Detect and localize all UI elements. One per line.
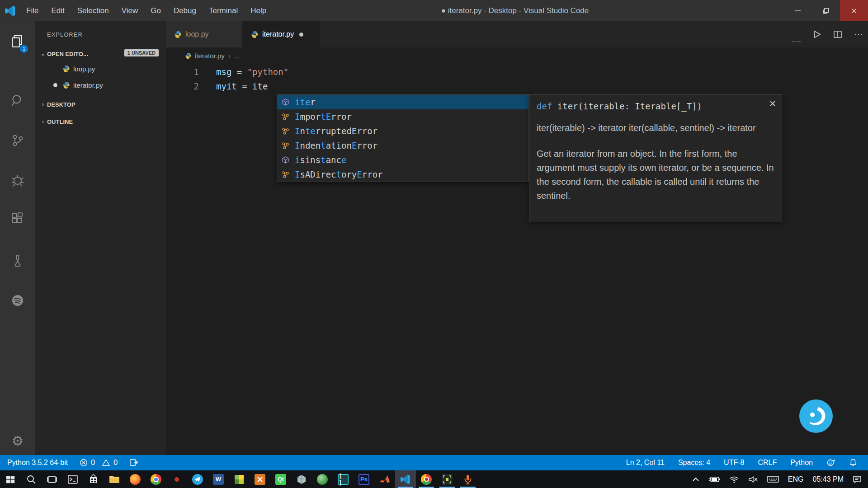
taskbar-search-taskbar-button[interactable] bbox=[21, 470, 42, 488]
command-prompt-taskbar-button[interactable] bbox=[62, 470, 83, 488]
clock[interactable]: 05:43 PM bbox=[813, 475, 844, 483]
menu-go[interactable]: Go bbox=[144, 0, 167, 21]
python-interpreter-status[interactable]: Python 3.5.2 64-bit bbox=[7, 459, 68, 467]
word-taskbar-button[interactable]: W bbox=[208, 470, 229, 488]
brackets-editor-icon: [ ] bbox=[337, 474, 349, 485]
language-mode-status[interactable]: Python bbox=[790, 459, 813, 467]
green-orb-app-taskbar-button[interactable] bbox=[312, 470, 333, 488]
cursor-position-status[interactable]: Ln 2, Col 11 bbox=[626, 459, 665, 467]
indentation-status[interactable]: Spaces: 4 bbox=[678, 459, 710, 467]
suggestion-isadirectoryerror[interactable]: IsADirectoryError bbox=[277, 167, 528, 182]
debug-view-button[interactable] bbox=[0, 168, 35, 193]
explorer-view-button[interactable]: 1 bbox=[0, 28, 35, 54]
volume-muted-icon[interactable] bbox=[748, 476, 758, 483]
tab-iterator-py[interactable]: iterator.py bbox=[243, 21, 320, 47]
scrollbar-decoration[interactable]: ▔▔ bbox=[792, 41, 802, 47]
explorer-sidebar: EXPLORER ⌄ OPEN EDITO... 1 UNSAVED loop.… bbox=[35, 21, 166, 455]
orange-app-taskbar-button[interactable] bbox=[250, 470, 270, 488]
start-button-taskbar-button[interactable] bbox=[0, 470, 21, 488]
section-label: DESKTOP bbox=[47, 101, 75, 108]
run-button[interactable] bbox=[812, 30, 821, 39]
maximize-icon bbox=[823, 8, 829, 14]
code-line-2: 2 myit = ite bbox=[166, 79, 288, 94]
open-editor-iterator[interactable]: iterator.py bbox=[35, 77, 166, 93]
voice-recorder-taskbar-button[interactable] bbox=[458, 470, 478, 488]
vscode-taskbar-button[interactable] bbox=[395, 470, 416, 488]
action-center-icon[interactable] bbox=[853, 475, 862, 483]
command-prompt-icon bbox=[67, 474, 79, 485]
menu-file[interactable]: File bbox=[20, 0, 45, 21]
tweet-feedback-button[interactable] bbox=[826, 458, 835, 467]
class-icon bbox=[282, 127, 291, 136]
minimize-button[interactable] bbox=[784, 0, 812, 21]
cube-app-taskbar-button[interactable] bbox=[291, 470, 312, 488]
close-button[interactable] bbox=[840, 0, 868, 21]
menu-edit[interactable]: Edit bbox=[45, 0, 71, 21]
qt-app-taskbar-button[interactable]: Qt bbox=[270, 470, 291, 488]
spotify-icon bbox=[10, 293, 25, 308]
python-file-icon bbox=[62, 65, 70, 73]
photoshop-taskbar-button[interactable]: Ps bbox=[354, 470, 374, 488]
battery-icon[interactable] bbox=[708, 476, 720, 483]
menu-view[interactable]: View bbox=[115, 0, 145, 21]
problems-status[interactable]: 0 0 bbox=[80, 459, 118, 467]
task-view-taskbar-button[interactable] bbox=[42, 470, 62, 488]
python-file-icon bbox=[174, 31, 182, 38]
feedback-status[interactable] bbox=[129, 459, 138, 467]
eol-status[interactable]: CRLF bbox=[758, 459, 777, 467]
source-control-button[interactable] bbox=[0, 128, 35, 153]
suggestion-indentationerror[interactable]: IndentationError bbox=[277, 138, 528, 153]
suggestion-interruptederror[interactable]: InterruptedError bbox=[277, 124, 528, 138]
close-icon[interactable]: ✕ bbox=[769, 99, 776, 109]
recording-indicator-icon bbox=[171, 474, 183, 485]
browser-window-taskbar-button[interactable] bbox=[416, 470, 437, 488]
recording-indicator-taskbar-button[interactable] bbox=[166, 470, 187, 488]
open-editor-loop[interactable]: loop.py bbox=[35, 61, 166, 77]
editor-group[interactable]: loop.py iterator.py ⋯ iterator.py bbox=[166, 21, 868, 455]
breadcrumb-file[interactable]: iterator.py bbox=[195, 52, 225, 60]
spotify-icon[interactable] bbox=[0, 288, 35, 313]
wifi-icon[interactable] bbox=[729, 476, 739, 483]
modified-dot[interactable] bbox=[299, 33, 303, 37]
sidebar-item-desktop[interactable]: › DESKTOP bbox=[35, 98, 166, 111]
suggest-details-widget: def iter(iterable: Iterable[_T]) ✕ iter(… bbox=[529, 94, 782, 221]
channel-logo bbox=[798, 399, 834, 434]
suggestion-importerror[interactable]: ImportError bbox=[277, 109, 528, 124]
matlab-taskbar-button[interactable] bbox=[374, 470, 395, 488]
tab-bar: loop.py iterator.py ⋯ bbox=[166, 21, 868, 47]
test-view-button[interactable] bbox=[0, 248, 35, 273]
sidebar-item-outline[interactable]: › OUTLINE bbox=[35, 115, 166, 128]
green-mosaic-app-taskbar-button[interactable] bbox=[229, 470, 250, 488]
brackets-editor-taskbar-button[interactable]: [ ] bbox=[333, 470, 354, 488]
menu-debug[interactable]: Debug bbox=[167, 0, 203, 21]
tab-loop-py[interactable]: loop.py bbox=[166, 21, 243, 47]
settings-gear-button[interactable]: ⚙ bbox=[0, 428, 35, 453]
breadcrumb[interactable]: iterator.py › ... bbox=[166, 47, 868, 64]
microsoft-store-taskbar-button[interactable] bbox=[83, 470, 104, 488]
maximize-button[interactable] bbox=[812, 0, 840, 21]
suggestion-iter[interactable]: iter bbox=[277, 95, 528, 109]
code-area[interactable]: 1 msg = "python" 2 myit = ite bbox=[166, 65, 288, 94]
file-explorer-taskbar-button[interactable] bbox=[104, 470, 125, 488]
breadcrumb-symbol[interactable]: ... bbox=[234, 52, 240, 60]
telegram-icon bbox=[192, 474, 203, 485]
split-editor-button[interactable] bbox=[833, 30, 842, 39]
menu-selection[interactable]: Selection bbox=[71, 0, 115, 21]
extensions-view-button[interactable] bbox=[0, 207, 35, 232]
telegram-taskbar-button[interactable] bbox=[187, 470, 208, 488]
chrome-taskbar-button[interactable] bbox=[146, 470, 166, 488]
firefox-taskbar-button[interactable] bbox=[125, 470, 146, 488]
encoding-status[interactable]: UTF-8 bbox=[724, 459, 744, 467]
input-language[interactable]: ENG bbox=[788, 475, 804, 483]
more-actions-button[interactable]: ⋯ bbox=[854, 29, 863, 40]
screen-capture-app-taskbar-button[interactable] bbox=[437, 470, 458, 488]
vscode-logo-icon bbox=[5, 5, 16, 17]
menu-terminal[interactable]: Terminal bbox=[203, 0, 244, 21]
open-editors-header[interactable]: ⌄ OPEN EDITO... 1 UNSAVED bbox=[35, 47, 166, 61]
menu-help[interactable]: Help bbox=[244, 0, 273, 21]
search-view-button[interactable] bbox=[0, 88, 35, 113]
touch-keyboard-icon[interactable] bbox=[767, 475, 779, 483]
notifications-button[interactable] bbox=[849, 458, 857, 467]
tray-expand-icon[interactable] bbox=[692, 477, 699, 482]
suggestion-isinstance[interactable]: isinstance bbox=[277, 153, 528, 167]
